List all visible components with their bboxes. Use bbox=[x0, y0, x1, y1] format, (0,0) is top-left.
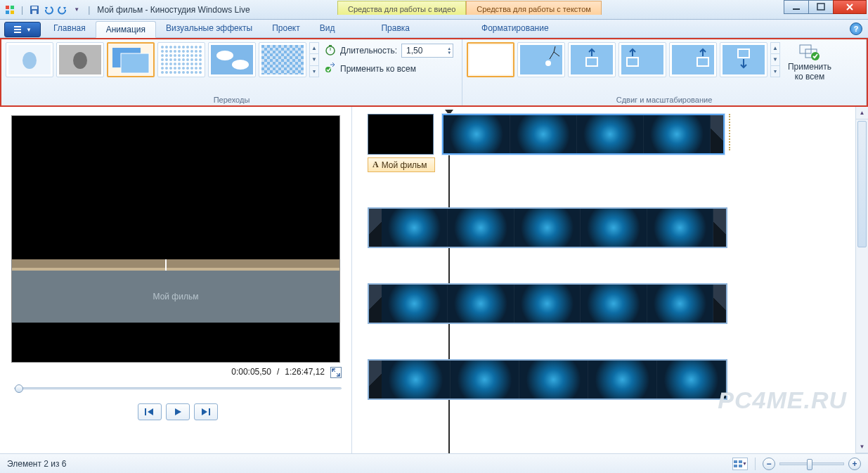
duration-value: 1,50 bbox=[406, 46, 422, 56]
apply-all-line1: Применить bbox=[788, 62, 831, 72]
window-title: Мой фильм - Киностудия Windows Live bbox=[96, 5, 250, 15]
context-tab-video-tools[interactable]: Средства для работы с видео bbox=[337, 1, 466, 15]
panzoom-preset-selected[interactable] bbox=[467, 42, 514, 77]
qat-dropdown-icon[interactable]: ▼ bbox=[71, 4, 82, 15]
transition-preset[interactable] bbox=[259, 42, 306, 77]
scroll-up-icon[interactable]: ▲ bbox=[771, 43, 779, 54]
tab-home[interactable]: Главная bbox=[44, 20, 96, 37]
clip-drag-handle[interactable] bbox=[729, 114, 734, 150]
timeline-clip[interactable] bbox=[368, 359, 727, 400]
help-button[interactable]: ? bbox=[850, 22, 862, 35]
svg-rect-8 bbox=[817, 4, 824, 10]
minimize-button[interactable] bbox=[784, 0, 809, 14]
scroll-down-icon[interactable]: ▼ bbox=[771, 54, 779, 65]
spin-down-icon[interactable]: ▼ bbox=[447, 51, 451, 55]
status-item-count: Элемент 2 из 6 bbox=[7, 459, 67, 469]
svg-rect-2 bbox=[6, 11, 9, 14]
duration-input[interactable]: 1,50 ▲▼ bbox=[401, 44, 453, 58]
tab-visual-effects[interactable]: Визуальные эффекты bbox=[156, 20, 262, 37]
panzoom-gallery: ▲▼▾ bbox=[467, 42, 780, 82]
ribbon-group-label-transitions: Переходы bbox=[6, 93, 458, 104]
scroll-down-icon[interactable]: ▼ bbox=[856, 441, 868, 453]
svg-rect-10 bbox=[14, 29, 21, 30]
apply-to-all-transitions[interactable]: Применить ко всем bbox=[325, 62, 453, 75]
title-bar: | ▼ | Мой фильм - Киностудия Windows Liv… bbox=[0, 0, 868, 20]
tab-view[interactable]: Вид bbox=[310, 20, 345, 37]
undo-icon[interactable] bbox=[43, 4, 54, 15]
zoom-in-button[interactable]: + bbox=[848, 458, 861, 470]
title-caption-text: Мой фильм bbox=[382, 160, 427, 170]
zoom-slider[interactable] bbox=[779, 462, 844, 465]
scroll-up-icon[interactable]: ▲ bbox=[856, 107, 868, 119]
context-tab-text-tools[interactable]: Средства для работы с текстом bbox=[466, 1, 602, 15]
zoom-control: − + bbox=[763, 458, 861, 470]
svg-rect-31 bbox=[520, 45, 562, 74]
tab-edit[interactable]: Правка bbox=[371, 20, 420, 37]
svg-rect-20 bbox=[211, 45, 253, 74]
apply-to-all-panzoom-button[interactable]: Применить ко всем bbox=[786, 42, 834, 82]
panzoom-gallery-scroll[interactable]: ▲▼▾ bbox=[770, 42, 780, 77]
seek-thumb[interactable] bbox=[15, 384, 23, 393]
scroll-more-icon[interactable]: ▾ bbox=[771, 66, 779, 77]
svg-rect-7 bbox=[793, 8, 800, 10]
transition-preset[interactable] bbox=[208, 42, 256, 77]
scrollbar-thumb[interactable] bbox=[857, 121, 867, 247]
svg-rect-11 bbox=[14, 32, 21, 33]
redo-icon[interactable] bbox=[57, 4, 68, 15]
duration-label: Длительность: bbox=[340, 46, 397, 56]
timeline-playhead[interactable] bbox=[448, 111, 450, 453]
title-caption-chip[interactable]: A Мой фильм bbox=[368, 157, 435, 172]
contextual-tab-headers: Средства для работы с видео Средства для… bbox=[337, 0, 602, 20]
panzoom-preset[interactable] bbox=[720, 42, 767, 77]
timeline-clip[interactable] bbox=[368, 283, 727, 324]
svg-rect-6 bbox=[32, 11, 37, 14]
scroll-up-icon[interactable]: ▲ bbox=[310, 43, 318, 54]
timeline-title-thumbnail[interactable] bbox=[368, 114, 434, 155]
scroll-down-icon[interactable]: ▼ bbox=[310, 54, 318, 65]
video-preview[interactable]: Мой фильм bbox=[11, 115, 340, 363]
maximize-button[interactable] bbox=[808, 0, 834, 14]
panzoom-preset[interactable] bbox=[568, 42, 616, 77]
panzoom-preset[interactable] bbox=[517, 42, 565, 77]
transitions-gallery-scroll[interactable]: ▲▼▾ bbox=[309, 42, 319, 77]
tab-animation[interactable]: Анимация bbox=[96, 21, 156, 38]
fullscreen-icon[interactable] bbox=[330, 367, 342, 378]
text-cursor bbox=[165, 259, 167, 271]
svg-point-15 bbox=[73, 52, 87, 69]
svg-point-32 bbox=[545, 60, 551, 66]
time-readout: 0:00:05,50/ 1:26:47,12 bbox=[11, 363, 344, 382]
ribbon-panel: ▲▼▾ Длительность: 1,50 ▲▼ Применить ко в… bbox=[0, 38, 868, 107]
separator: | bbox=[88, 5, 90, 15]
svg-rect-1 bbox=[11, 6, 14, 9]
seek-bar[interactable] bbox=[11, 382, 344, 394]
play-button[interactable] bbox=[166, 403, 190, 420]
timeline-clip[interactable] bbox=[368, 207, 727, 248]
prev-frame-button[interactable] bbox=[138, 403, 162, 420]
file-menu-button[interactable]: ▼ bbox=[4, 22, 41, 37]
transition-preset[interactable] bbox=[56, 42, 104, 77]
timeline-pane: A Мой фильм bbox=[351, 107, 868, 453]
view-thumbnails-button[interactable]: ▼ bbox=[732, 458, 748, 470]
svg-rect-19 bbox=[160, 45, 202, 74]
window-controls bbox=[784, 0, 867, 14]
svg-point-22 bbox=[232, 60, 249, 70]
panzoom-preset[interactable] bbox=[669, 42, 717, 77]
content-area: Мой фильм 0:00:05,50/ 1:26:47,12 A bbox=[0, 107, 868, 453]
timeline-clip[interactable] bbox=[442, 114, 725, 155]
separator: | bbox=[21, 5, 23, 15]
transition-preset[interactable] bbox=[157, 42, 205, 77]
scroll-more-icon[interactable]: ▾ bbox=[310, 66, 318, 77]
preview-pane: Мой фильм 0:00:05,50/ 1:26:47,12 bbox=[0, 107, 351, 453]
tab-formatting[interactable]: Форматирование bbox=[472, 20, 559, 37]
zoom-out-button[interactable]: − bbox=[763, 458, 775, 470]
zoom-thumb[interactable] bbox=[807, 459, 812, 470]
transition-preset-selected[interactable] bbox=[107, 42, 155, 77]
save-icon[interactable] bbox=[29, 4, 40, 15]
panzoom-preset[interactable] bbox=[618, 42, 666, 77]
timeline-vertical-scrollbar[interactable]: ▲ ▼ bbox=[855, 107, 868, 453]
tab-project[interactable]: Проект bbox=[262, 20, 310, 37]
close-button[interactable] bbox=[833, 0, 867, 14]
next-frame-button[interactable] bbox=[194, 403, 218, 420]
svg-rect-45 bbox=[209, 408, 210, 415]
transition-preset[interactable] bbox=[6, 42, 53, 77]
